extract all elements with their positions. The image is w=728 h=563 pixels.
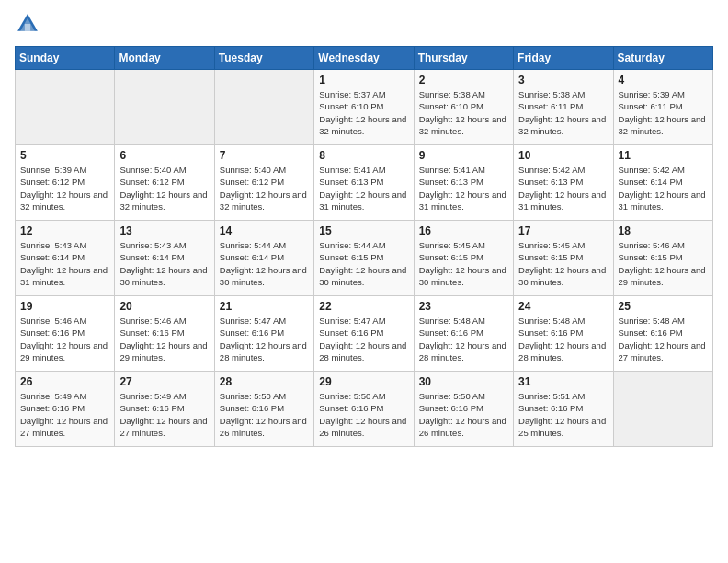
day-cell: 13Sunrise: 5:43 AM Sunset: 6:14 PM Dayli… xyxy=(115,221,214,296)
day-cell: 28Sunrise: 5:50 AM Sunset: 6:16 PM Dayli… xyxy=(214,372,313,447)
day-info: Sunrise: 5:40 AM Sunset: 6:12 PM Dayligh… xyxy=(119,164,209,213)
day-info: Sunrise: 5:44 AM Sunset: 6:15 PM Dayligh… xyxy=(319,239,408,288)
day-number: 14 xyxy=(220,224,309,237)
day-cell: 14Sunrise: 5:44 AM Sunset: 6:14 PM Dayli… xyxy=(214,221,313,296)
day-cell: 3Sunrise: 5:38 AM Sunset: 6:11 PM Daylig… xyxy=(514,70,613,145)
day-info: Sunrise: 5:48 AM Sunset: 6:16 PM Dayligh… xyxy=(518,315,608,363)
day-cell xyxy=(16,70,115,145)
day-cell: 11Sunrise: 5:42 AM Sunset: 6:14 PM Dayli… xyxy=(613,145,712,221)
header-cell-friday: Friday xyxy=(514,47,613,70)
week-row-0: 1Sunrise: 5:37 AM Sunset: 6:10 PM Daylig… xyxy=(16,70,713,145)
day-cell: 20Sunrise: 5:46 AM Sunset: 6:16 PM Dayli… xyxy=(115,296,214,372)
day-cell: 26Sunrise: 5:49 AM Sunset: 6:16 PM Dayli… xyxy=(16,372,115,447)
day-number: 8 xyxy=(319,149,408,162)
day-info: Sunrise: 5:47 AM Sunset: 6:16 PM Dayligh… xyxy=(319,315,408,363)
day-number: 19 xyxy=(20,300,109,313)
day-info: Sunrise: 5:41 AM Sunset: 6:13 PM Dayligh… xyxy=(419,164,508,213)
day-number: 27 xyxy=(119,375,209,388)
day-cell: 8Sunrise: 5:41 AM Sunset: 6:13 PM Daylig… xyxy=(314,145,414,221)
day-number: 24 xyxy=(518,300,608,313)
day-number: 15 xyxy=(319,224,408,237)
day-cell xyxy=(214,70,313,145)
day-number: 16 xyxy=(419,224,508,237)
logo xyxy=(15,11,44,37)
day-number: 4 xyxy=(619,74,708,86)
day-cell: 7Sunrise: 5:40 AM Sunset: 6:12 PM Daylig… xyxy=(214,145,313,221)
day-cell: 22Sunrise: 5:47 AM Sunset: 6:16 PM Dayli… xyxy=(314,296,414,372)
week-row-1: 5Sunrise: 5:39 AM Sunset: 6:12 PM Daylig… xyxy=(16,145,713,221)
day-number: 13 xyxy=(119,224,209,237)
day-cell: 18Sunrise: 5:46 AM Sunset: 6:15 PM Dayli… xyxy=(613,221,712,296)
day-number: 2 xyxy=(419,74,508,86)
day-cell: 4Sunrise: 5:39 AM Sunset: 6:11 PM Daylig… xyxy=(613,70,712,145)
header xyxy=(15,11,713,37)
week-row-2: 12Sunrise: 5:43 AM Sunset: 6:14 PM Dayli… xyxy=(16,221,713,296)
day-cell xyxy=(613,372,712,447)
day-info: Sunrise: 5:47 AM Sunset: 6:16 PM Dayligh… xyxy=(220,315,309,363)
day-info: Sunrise: 5:49 AM Sunset: 6:16 PM Dayligh… xyxy=(119,390,209,439)
header-cell-wednesday: Wednesday xyxy=(314,47,414,70)
week-row-4: 26Sunrise: 5:49 AM Sunset: 6:16 PM Dayli… xyxy=(16,372,713,447)
day-cell: 23Sunrise: 5:48 AM Sunset: 6:16 PM Dayli… xyxy=(414,296,513,372)
day-info: Sunrise: 5:37 AM Sunset: 6:10 PM Dayligh… xyxy=(319,88,408,137)
day-cell: 15Sunrise: 5:44 AM Sunset: 6:15 PM Dayli… xyxy=(314,221,414,296)
day-cell: 24Sunrise: 5:48 AM Sunset: 6:16 PM Dayli… xyxy=(514,296,613,372)
day-info: Sunrise: 5:39 AM Sunset: 6:11 PM Dayligh… xyxy=(619,88,708,137)
day-info: Sunrise: 5:38 AM Sunset: 6:11 PM Dayligh… xyxy=(518,88,608,137)
header-cell-thursday: Thursday xyxy=(414,47,513,70)
week-row-3: 19Sunrise: 5:46 AM Sunset: 6:16 PM Dayli… xyxy=(16,296,713,372)
calendar-table: SundayMondayTuesdayWednesdayThursdayFrid… xyxy=(15,46,713,447)
day-number: 5 xyxy=(20,149,109,162)
day-cell: 6Sunrise: 5:40 AM Sunset: 6:12 PM Daylig… xyxy=(115,145,214,221)
day-cell xyxy=(115,70,214,145)
day-info: Sunrise: 5:46 AM Sunset: 6:16 PM Dayligh… xyxy=(20,315,109,363)
day-info: Sunrise: 5:38 AM Sunset: 6:10 PM Dayligh… xyxy=(419,88,508,137)
day-number: 1 xyxy=(319,74,408,86)
day-info: Sunrise: 5:43 AM Sunset: 6:14 PM Dayligh… xyxy=(20,239,109,288)
day-number: 12 xyxy=(20,224,109,237)
day-info: Sunrise: 5:49 AM Sunset: 6:16 PM Dayligh… xyxy=(20,390,109,439)
day-number: 30 xyxy=(419,375,508,388)
day-info: Sunrise: 5:51 AM Sunset: 6:16 PM Dayligh… xyxy=(518,390,608,439)
header-cell-monday: Monday xyxy=(115,47,214,70)
day-info: Sunrise: 5:48 AM Sunset: 6:16 PM Dayligh… xyxy=(419,315,508,363)
day-number: 9 xyxy=(419,149,508,162)
day-info: Sunrise: 5:50 AM Sunset: 6:16 PM Dayligh… xyxy=(220,390,309,439)
day-info: Sunrise: 5:39 AM Sunset: 6:12 PM Dayligh… xyxy=(20,164,109,213)
svg-rect-2 xyxy=(25,24,30,31)
day-number: 17 xyxy=(518,224,608,237)
day-cell: 29Sunrise: 5:50 AM Sunset: 6:16 PM Dayli… xyxy=(314,372,414,447)
day-info: Sunrise: 5:46 AM Sunset: 6:15 PM Dayligh… xyxy=(619,239,708,288)
header-cell-tuesday: Tuesday xyxy=(214,47,313,70)
day-cell: 9Sunrise: 5:41 AM Sunset: 6:13 PM Daylig… xyxy=(414,145,513,221)
day-number: 18 xyxy=(619,224,708,237)
day-cell: 19Sunrise: 5:46 AM Sunset: 6:16 PM Dayli… xyxy=(16,296,115,372)
day-number: 26 xyxy=(20,375,109,388)
day-cell: 10Sunrise: 5:42 AM Sunset: 6:13 PM Dayli… xyxy=(514,145,613,221)
day-info: Sunrise: 5:44 AM Sunset: 6:14 PM Dayligh… xyxy=(220,239,309,288)
day-number: 21 xyxy=(220,300,309,313)
day-info: Sunrise: 5:42 AM Sunset: 6:13 PM Dayligh… xyxy=(518,164,608,213)
day-cell: 21Sunrise: 5:47 AM Sunset: 6:16 PM Dayli… xyxy=(214,296,313,372)
page: SundayMondayTuesdayWednesdayThursdayFrid… xyxy=(0,0,728,563)
day-info: Sunrise: 5:43 AM Sunset: 6:14 PM Dayligh… xyxy=(119,239,209,288)
day-cell: 30Sunrise: 5:50 AM Sunset: 6:16 PM Dayli… xyxy=(414,372,513,447)
day-info: Sunrise: 5:45 AM Sunset: 6:15 PM Dayligh… xyxy=(518,239,608,288)
day-cell: 1Sunrise: 5:37 AM Sunset: 6:10 PM Daylig… xyxy=(314,70,414,145)
day-number: 3 xyxy=(518,74,608,86)
day-number: 7 xyxy=(220,149,309,162)
day-cell: 12Sunrise: 5:43 AM Sunset: 6:14 PM Dayli… xyxy=(16,221,115,296)
day-info: Sunrise: 5:50 AM Sunset: 6:16 PM Dayligh… xyxy=(319,390,408,439)
day-info: Sunrise: 5:41 AM Sunset: 6:13 PM Dayligh… xyxy=(319,164,408,213)
header-cell-sunday: Sunday xyxy=(16,47,115,70)
day-info: Sunrise: 5:50 AM Sunset: 6:16 PM Dayligh… xyxy=(419,390,508,439)
header-row: SundayMondayTuesdayWednesdayThursdayFrid… xyxy=(16,47,713,70)
header-cell-saturday: Saturday xyxy=(613,47,712,70)
day-cell: 5Sunrise: 5:39 AM Sunset: 6:12 PM Daylig… xyxy=(16,145,115,221)
day-cell: 2Sunrise: 5:38 AM Sunset: 6:10 PM Daylig… xyxy=(414,70,513,145)
day-number: 6 xyxy=(119,149,209,162)
day-number: 31 xyxy=(518,375,608,388)
day-cell: 16Sunrise: 5:45 AM Sunset: 6:15 PM Dayli… xyxy=(414,221,513,296)
day-number: 25 xyxy=(619,300,708,313)
day-info: Sunrise: 5:45 AM Sunset: 6:15 PM Dayligh… xyxy=(419,239,508,288)
